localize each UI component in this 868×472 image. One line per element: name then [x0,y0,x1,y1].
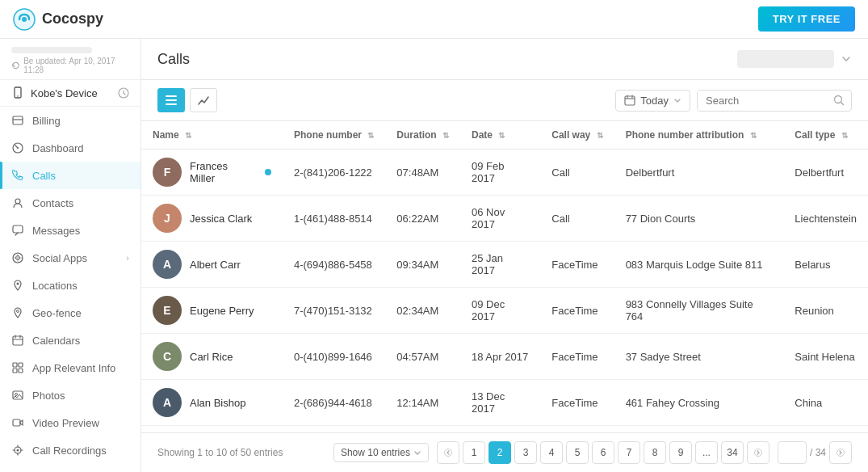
cell-attribution-6: 396 Howe Spur [614,426,784,433]
date-selector[interactable]: Today [615,90,690,112]
sidebar-item-social-apps[interactable]: Social Apps› [0,244,140,272]
device-icon [11,86,24,99]
cell-attribution-2: 083 Marquis Lodge Suite 811 [614,242,784,288]
pagination-next[interactable] [747,441,769,464]
svg-rect-5 [13,116,23,124]
cell-date-4: 18 Apr 2017 [460,334,540,380]
svg-point-36 [837,449,845,457]
sidebar-item-messages[interactable]: Messages [0,217,140,244]
svg-point-34 [444,449,451,457]
video-icon [11,416,24,429]
sidebar-item-calendars[interactable]: Calendars [0,327,140,354]
account-update: Be updated: Apr 10, 2017 11:28 [11,57,129,74]
col-header-name[interactable]: Name ⇅ [141,121,283,150]
chart-icon [198,95,209,105]
pagination-page-8[interactable]: 8 [644,441,666,464]
page-size-select[interactable]: Show 10 entries [333,443,429,462]
messages-icon [11,224,24,237]
cell-duration-0: 07:48AM [385,150,460,196]
name-cell: A Alan Bishop [153,388,271,417]
list-view-button[interactable] [157,88,185,112]
sidebar-item-video-preview[interactable]: Video Preview [0,409,140,436]
cell-duration-2: 09:34AM [385,242,460,288]
pagination-page-2[interactable]: 2 [489,441,511,464]
pagination-page-3[interactable]: 3 [514,441,537,464]
cell-name-1: J Jessica Clark [141,196,283,242]
svg-point-1 [22,17,27,22]
name-cell: J Jessica Clark [153,204,271,233]
col-header-phone[interactable]: Phone number ⇅ [283,121,385,150]
sidebar-item-billing[interactable]: Billing [0,107,140,134]
nav-label-locations: Locations [32,280,129,292]
sidebar-item-app-relevant-info[interactable]: App Relevant Info [0,354,140,381]
cell-attribution-3: 983 Connelly Villages Suite 764 [614,288,784,334]
sidebar-account: Be updated: Apr 10, 2017 11:28 [0,39,140,80]
avatar: F [153,158,182,187]
pagination-prev[interactable] [437,441,459,464]
table-row: D Debra Jordan 5-(385)766-690509:44AM28 … [141,426,868,433]
pagination-page-5[interactable]: 5 [566,441,589,464]
cell-phone-2: 4-(694)886-5458 [283,242,385,288]
cell-attribution-1: 77 Dion Courts [614,196,784,242]
update-text: Be updated: Apr 10, 2017 11:28 [23,57,129,74]
header-dropdown-icon[interactable] [841,53,852,65]
sidebar-item-calls[interactable]: Calls [0,162,140,189]
pagination-page-34[interactable]: 34 [721,441,744,464]
cell-call_way-1: Call [540,196,614,242]
svg-rect-14 [13,336,23,345]
cell-name-5: A Alan Bishop [141,380,283,426]
recordings-icon [11,444,24,457]
cell-name-2: A Albert Carr [141,242,283,288]
cell-duration-5: 12:14AM [385,380,460,426]
sort-icon-call_way: ⇅ [597,131,603,140]
col-header-call_way[interactable]: Call way ⇅ [540,121,614,150]
page-jump-next[interactable] [829,441,852,464]
nav-label-dashboard: Dashboard [32,142,129,154]
sort-icon-call_type: ⇅ [841,131,848,140]
col-header-attribution[interactable]: Phone number attribution ⇅ [614,121,784,150]
svg-rect-32 [625,96,635,105]
sidebar-item-contacts[interactable]: Contacts [0,189,140,217]
nav-items: BillingDashboardCallsContactsMessagesSoc… [0,107,140,472]
cell-date-6: 28 Aug 2017 [460,426,540,433]
sidebar-item-geo-fence[interactable]: Geo-fence [0,299,140,327]
col-header-date[interactable]: Date ⇅ [460,121,540,150]
page-jump-input[interactable] [778,441,807,464]
search-input[interactable] [698,91,827,111]
col-header-duration[interactable]: Duration ⇅ [385,121,460,150]
svg-point-3 [17,95,19,97]
nav-label-video-preview: Video Preview [32,417,129,429]
col-header-call_type[interactable]: Call type ⇅ [783,121,868,150]
cell-call_way-3: FaceTime [540,288,614,334]
page-title: Calls [157,51,190,79]
cell-call_way-5: FaceTime [540,380,614,426]
pagination-page-9[interactable]: 9 [669,441,692,464]
calendar-icon [624,95,635,106]
table-row: A Alan Bishop 2-(686)944-461812:14AM13 D… [141,380,868,426]
content-area: Calls Today [141,39,868,472]
svg-rect-17 [13,369,17,373]
nav-label-calls: Calls [32,170,129,182]
pagination-page-7[interactable]: 7 [618,441,640,464]
pagination-page-6[interactable]: 6 [592,441,614,464]
pagination-page-1[interactable]: 1 [463,441,485,464]
avatar: A [153,250,182,279]
cell-call_type-2: Belarus [783,242,868,288]
table-row: F Frances Miller 2-(841)206-122207:48AM0… [141,150,868,196]
try-free-button[interactable]: TRY IT FREE [758,6,855,32]
search-icon[interactable] [827,91,851,110]
pagination-area: Show 10 entries 123456789...34 / 34 [333,441,852,464]
svg-rect-18 [19,369,23,373]
sidebar-item-call-recordings[interactable]: Call Recordings [0,436,140,464]
sidebar-device[interactable]: Kobe's Device [0,80,140,107]
sidebar-item-photos[interactable]: Photos [0,381,140,409]
list-icon [166,95,177,105]
svg-point-13 [17,310,19,313]
pagination-page-4[interactable]: 4 [540,441,563,464]
sidebar-item-locations[interactable]: Locations [0,272,140,299]
svg-rect-19 [13,391,23,399]
chart-view-button[interactable] [190,88,217,112]
sidebar-item-record-surround[interactable]: Record Surround [0,464,140,472]
cell-call_way-0: Call [540,150,614,196]
sidebar-item-dashboard[interactable]: Dashboard [0,134,140,162]
